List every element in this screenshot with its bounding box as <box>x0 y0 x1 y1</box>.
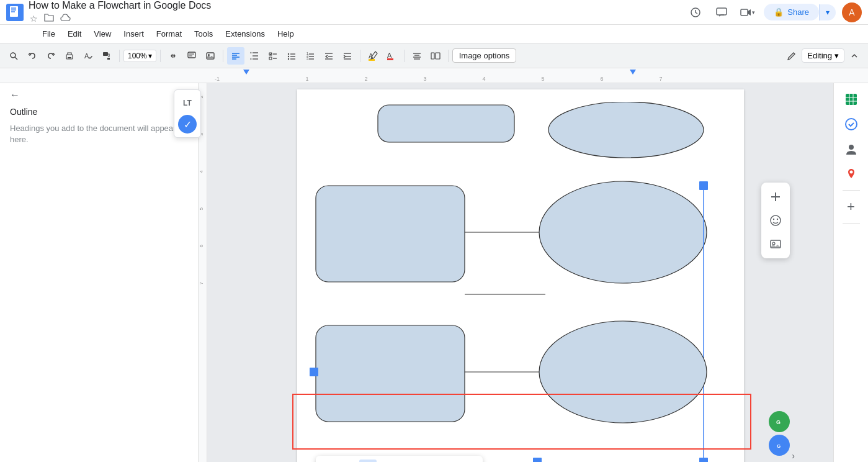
sidebar-header: ← <box>10 89 188 101</box>
cloud-icon[interactable] <box>59 12 73 25</box>
menu-edit[interactable]: Edit <box>63 27 86 40</box>
svg-text:A: A <box>84 52 89 60</box>
svg-rect-58 <box>316 186 465 282</box>
ruler: -1 1 2 3 4 5 6 7 <box>0 68 868 83</box>
menu-file[interactable]: File <box>37 27 60 40</box>
menu-tools[interactable]: Tools <box>189 27 218 40</box>
add-addon-btn[interactable]: + <box>840 196 862 218</box>
collapse-btn[interactable] <box>846 47 863 65</box>
people-sidebar-btn[interactable] <box>840 138 862 160</box>
bottom-icons: G G <box>769 411 790 456</box>
ruler-mark-minus1: -1 <box>215 76 220 82</box>
share-dropdown-btn[interactable]: ▾ <box>819 4 836 20</box>
menu-help[interactable]: Help <box>272 27 299 40</box>
lt-check-btn[interactable]: ✓ <box>178 115 197 134</box>
indent-increase-btn[interactable] <box>339 47 356 65</box>
ruler-area: -1 1 2 3 4 5 6 7 <box>199 68 831 83</box>
fp-image-btn[interactable] <box>765 233 786 255</box>
maps-sidebar-btn[interactable] <box>840 163 862 185</box>
star-icon[interactable]: ☆ <box>29 12 39 25</box>
sheets-sidebar-btn[interactable] <box>840 88 862 111</box>
svg-point-110 <box>849 145 854 150</box>
zoom-chevron: ▾ <box>148 52 152 60</box>
text-color-btn[interactable]: A <box>383 47 400 65</box>
insert-comment-btn[interactable] <box>183 47 200 65</box>
svg-point-95 <box>771 215 781 225</box>
svg-point-96 <box>773 219 774 220</box>
pen-icon[interactable] <box>783 47 800 65</box>
print-btn[interactable] <box>61 47 78 65</box>
grammarly-icon[interactable]: G <box>769 411 790 432</box>
rs-divider2 <box>843 223 860 224</box>
editing-dropdown[interactable]: Editing ▾ <box>802 48 844 63</box>
share-button[interactable]: 🔒 Share <box>764 4 819 20</box>
numbered-list-btn[interactable]: 1.2.3. <box>302 47 319 65</box>
video-btn[interactable]: ▾ <box>738 2 758 22</box>
sep2 <box>160 50 161 62</box>
comment-btn[interactable] <box>712 2 732 22</box>
svg-line-5 <box>15 57 17 60</box>
scroll-collapse-btn[interactable]: › <box>792 451 795 461</box>
image-options-btn[interactable]: Image options <box>452 48 517 63</box>
align-image-left-btn[interactable] <box>419 460 436 462</box>
insert-image-btn[interactable] <box>202 47 219 65</box>
zoom-value: 100% <box>128 52 147 60</box>
svg-rect-53 <box>431 53 434 59</box>
doc-page: ✏ Edit <box>297 89 744 462</box>
column-btn[interactable] <box>427 47 444 65</box>
align-wrap-tight-btn[interactable] <box>399 460 416 462</box>
highlight-color-btn[interactable]: A <box>364 47 382 65</box>
lt-icon[interactable]: LT <box>178 94 197 112</box>
align-inline-btn[interactable] <box>359 460 377 462</box>
line-spacing-btn[interactable] <box>246 47 263 65</box>
spellcheck-btn[interactable]: A <box>79 47 97 65</box>
sep4 <box>360 50 360 62</box>
doc-title[interactable]: How to Make a Flowchart in Google Docs <box>29 0 352 11</box>
toolbar: A 100% ▾ 1.2.3. <box>0 43 868 68</box>
checklist-btn[interactable] <box>264 47 282 65</box>
fp-emoji-btn[interactable] <box>765 210 786 231</box>
ruler-left-marker[interactable] <box>243 70 249 75</box>
paint-format-btn[interactable] <box>98 47 115 65</box>
ruler-mark-3: 3 <box>423 76 426 82</box>
sep6 <box>448 50 449 62</box>
search-btn[interactable] <box>5 47 22 65</box>
align-image-right-btn[interactable] <box>439 460 456 462</box>
sidebar-body: Headings you add to the document will ap… <box>10 123 188 145</box>
menu-insert[interactable]: Insert <box>119 27 149 40</box>
history-btn[interactable] <box>686 2 705 22</box>
doc-area[interactable]: ✏ Edit <box>207 83 833 462</box>
undo-btn[interactable] <box>24 47 41 65</box>
svg-text:G: G <box>777 443 781 449</box>
svg-rect-9 <box>103 52 108 56</box>
fp-add-btn[interactable] <box>765 186 786 207</box>
menu-extensions[interactable]: Extensions <box>220 27 270 40</box>
avatar[interactable]: A <box>842 2 862 22</box>
svg-rect-11 <box>188 52 195 58</box>
menu-view[interactable]: View <box>89 27 116 40</box>
link-btn[interactable] <box>164 47 182 65</box>
svg-point-31 <box>288 58 289 59</box>
ruler-right-marker[interactable] <box>630 70 636 75</box>
redo-btn[interactable] <box>42 47 60 65</box>
tasks-sidebar-btn[interactable] <box>840 113 862 135</box>
menu-format[interactable]: Format <box>151 27 187 40</box>
align-left-btn[interactable] <box>227 47 244 65</box>
svg-rect-2 <box>717 8 727 15</box>
svg-text:G: G <box>776 419 781 425</box>
folder-icon[interactable] <box>43 12 55 25</box>
bullets-btn[interactable] <box>283 47 300 65</box>
sep5 <box>404 50 405 62</box>
v-mark-7: 7 <box>199 282 207 284</box>
align-wrap-square-btn[interactable] <box>379 460 396 462</box>
align-group-btn[interactable] <box>408 47 426 65</box>
indent-decrease-btn[interactable] <box>320 47 338 65</box>
sidebar-back-btn[interactable]: ← <box>10 89 20 101</box>
zoom-select[interactable]: 100% ▾ <box>123 50 156 62</box>
sidebar: ← Outline Headings you add to the docume… <box>0 83 199 462</box>
lt-popup: LT ✓ <box>174 89 201 138</box>
floating-panel <box>761 183 790 258</box>
svg-rect-104 <box>846 94 857 105</box>
sep1 <box>119 50 120 62</box>
gdocs-icon2[interactable]: G <box>769 435 790 456</box>
